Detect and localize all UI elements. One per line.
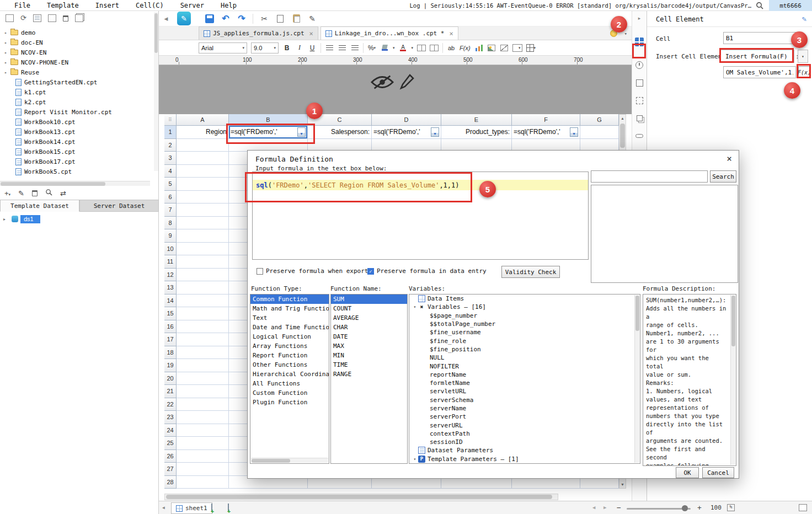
edit-dataset-icon[interactable]: ✎ [18, 189, 24, 197]
function-type-plugin-function[interactable]: Plugin Function [250, 398, 329, 407]
menu-item-template[interactable]: Template [47, 2, 79, 9]
function-type-hierarchical-coordinate[interactable]: Hierarchical Coordinate [250, 370, 329, 379]
copy-file-icon[interactable] [75, 14, 83, 22]
tree-item-demo[interactable]: ▸demo [0, 28, 153, 38]
insert-element-chevron-icon[interactable]: ▾ [798, 50, 808, 63]
zoom-slider[interactable] [627, 508, 691, 510]
refresh-icon[interactable]: ⟳ [20, 14, 26, 22]
tree-item-gettingstarteden-cpt[interactable]: GettingStartedEN.cpt [0, 77, 153, 87]
cell-a15[interactable] [177, 307, 229, 320]
tree-item-k1-cpt[interactable]: k1.cpt [0, 87, 153, 97]
scroll-down-icon[interactable]: ▼ [619, 483, 626, 486]
preserve-formula-export-checkbox[interactable]: Preserve formula when export [257, 267, 368, 275]
variables-scrollbar[interactable] [634, 295, 639, 463]
user-account-badge[interactable]: mt6666 [769, 0, 812, 11]
variable-page-number[interactable]: $$page_number [409, 312, 640, 320]
horizontal-scroll-thumb[interactable] [166, 495, 552, 499]
fill-color-button[interactable] [380, 42, 389, 53]
prev-sheet-icon[interactable]: ◀ [592, 505, 595, 510]
cell-a7[interactable] [177, 204, 229, 217]
cell-f1[interactable]: =sql('FRDemo','▾ [512, 126, 580, 139]
cell-a10[interactable] [177, 243, 229, 256]
cell-a11[interactable] [177, 255, 229, 269]
cut-icon[interactable]: ✂ [259, 13, 269, 24]
merge-cells-button[interactable] [417, 42, 426, 53]
insert-formula-button[interactable]: F(x) [460, 42, 471, 53]
cell-a26[interactable] [177, 450, 229, 463]
cell-a20[interactable] [177, 372, 229, 386]
function-type-date-and-time-function[interactable]: Date and Time Function [250, 323, 329, 332]
view-report-icon[interactable] [33, 14, 41, 22]
batch-edit-dataset-icon[interactable]: ⇄ [60, 189, 66, 197]
function-search-input[interactable] [591, 170, 708, 183]
expand-arrow-icon[interactable]: ▸ [4, 60, 10, 65]
bold-button[interactable]: B [282, 42, 291, 53]
fit-window-icon[interactable] [799, 504, 807, 511]
column-header-f[interactable]: F [512, 114, 580, 126]
cell-a3[interactable] [177, 152, 229, 165]
cell-a22[interactable] [177, 398, 229, 411]
cell-a9[interactable] [177, 229, 229, 243]
insert-chart-icon[interactable] [474, 42, 483, 53]
new-folder-icon[interactable] [6, 14, 14, 22]
row-header-23[interactable]: 23 [164, 411, 177, 424]
column-header-a[interactable]: A [177, 114, 229, 126]
variable-template-parameters-1[interactable]: ▾PTemplate Parameters – [1] [409, 455, 640, 463]
menu-item-cell-c[interactable]: Cell(C) [136, 2, 164, 9]
row-header-13[interactable]: 13 [164, 281, 177, 295]
formula-editor[interactable]: sql('FRDemo','SELECT Region FROM Sales_V… [252, 172, 589, 260]
formula-helper-list[interactable] [591, 185, 738, 283]
paste-icon[interactable] [291, 13, 301, 24]
variable-serverschema[interactable]: serverSchema [409, 396, 640, 404]
collapse-sidebar-icon[interactable]: ◀ [161, 13, 171, 24]
menu-item-insert[interactable]: Insert [95, 2, 119, 9]
cell-a24[interactable] [177, 424, 229, 437]
row-header-18[interactable]: 18 [164, 346, 177, 360]
italic-button[interactable]: I [295, 42, 304, 53]
function-type-list[interactable]: Common FunctionMath and Trig FunctionTex… [250, 294, 329, 464]
more-tabs-icon[interactable]: ▾ [624, 31, 627, 36]
expand-arrow-icon[interactable]: ▸ [4, 50, 10, 55]
cell-attributes-icon[interactable] [633, 58, 646, 72]
function-name-average[interactable]: AVERAGE [331, 313, 407, 323]
cell-a4[interactable] [177, 165, 229, 178]
select-all-corner[interactable]: ⠿ [164, 114, 177, 126]
expand-arrow-icon[interactable]: ▸ [4, 70, 10, 75]
tab-server-dataset[interactable]: Server Dataset [79, 200, 159, 212]
float-element-icon[interactable] [633, 76, 646, 89]
variable-serverport[interactable]: serverPort [409, 413, 640, 421]
cell-c1[interactable]: Salesperson: [308, 126, 372, 139]
unmerge-cells-button[interactable] [430, 42, 439, 53]
function-type-array-functions[interactable]: Array Functions [250, 341, 329, 351]
row-header-17[interactable]: 17 [164, 333, 177, 346]
expand-arrow-icon[interactable]: ▸ [3, 217, 9, 222]
insert-text-button[interactable]: ab [447, 42, 456, 53]
close-tab-icon[interactable]: × [450, 30, 453, 38]
tree-item-doc-en[interactable]: ▸doc-EN [0, 38, 153, 47]
insert-slash-icon[interactable] [500, 42, 509, 53]
checkbox-icon[interactable] [257, 268, 263, 275]
next-sheet-icon[interactable]: ▶ [603, 505, 606, 510]
function-name-time[interactable]: TIME [331, 360, 407, 370]
row-header-11[interactable]: 11 [164, 255, 177, 269]
hide-preview-eye-icon[interactable] [371, 74, 394, 93]
variable-servleturl[interactable]: servletURL [409, 387, 640, 395]
variable-sessionid[interactable]: sessionID [409, 438, 640, 446]
row-header-15[interactable]: 15 [164, 307, 177, 320]
cell-a8[interactable] [177, 217, 229, 230]
tree-item-workbook13-cpt[interactable]: WorkBook13.cpt [0, 127, 153, 137]
function-type-hscrollbar[interactable] [251, 458, 328, 463]
horizontal-scrollbar[interactable] [164, 494, 558, 500]
variable-variables-16[interactable]: ▾✖Variables – [16] [409, 303, 640, 311]
cell-dropdown-icon[interactable]: ▾ [431, 127, 439, 137]
cell-a21[interactable] [177, 385, 229, 398]
document-tab-linkage-in-dro-wn-box-cpt[interactable]: Linkage_in_dro...wn_box .cpt *× [320, 26, 458, 40]
mobile-preview-icon[interactable] [48, 14, 56, 22]
cell-g1[interactable] [580, 126, 619, 139]
vertical-scroll-thumb[interactable] [620, 124, 625, 148]
variable-dataset-parameters[interactable]: Dataset Parameters [409, 446, 640, 454]
function-type-other-functions[interactable]: Other Functions [250, 360, 329, 370]
row-header-22[interactable]: 22 [164, 398, 177, 411]
row-header-12[interactable]: 12 [164, 269, 177, 282]
function-name-min[interactable]: MIN [331, 351, 407, 360]
